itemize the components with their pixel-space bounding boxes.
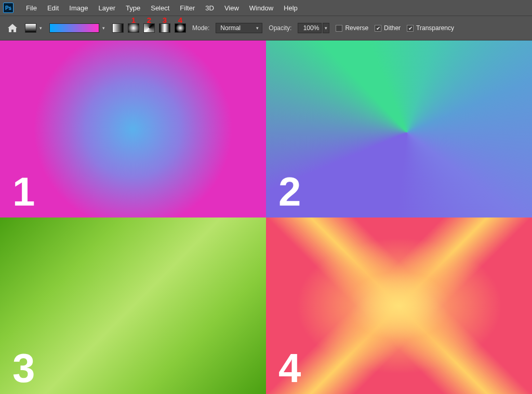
example-panel-angle: 2 <box>266 40 532 218</box>
menu-help[interactable]: Help <box>278 2 303 14</box>
panel-number: 2 <box>278 168 301 215</box>
menu-3d[interactable]: 3D <box>200 2 219 14</box>
menu-type[interactable]: Type <box>121 2 145 14</box>
gradient-radial-button[interactable]: 1 <box>128 23 139 33</box>
chevron-down-icon[interactable]: ▾ <box>323 23 329 33</box>
transparency-label: Transparency <box>416 24 454 32</box>
opacity-input[interactable]: 100% <box>298 23 322 33</box>
menu-layer[interactable]: Layer <box>94 2 121 14</box>
menu-image[interactable]: Image <box>64 2 93 14</box>
gradient-preview <box>49 23 99 33</box>
gradient-picker[interactable]: ▾ <box>49 23 106 33</box>
gradient-angle-button[interactable]: 2 <box>143 23 155 33</box>
home-button[interactable] <box>6 22 19 34</box>
overlay-label-4: 4 <box>178 16 182 24</box>
menu-view[interactable]: View <box>219 2 244 14</box>
gradient-diamond-button[interactable]: 4 <box>175 23 186 33</box>
canvas-area: 1 2 3 4 <box>0 40 532 394</box>
menu-select[interactable]: Select <box>145 2 175 14</box>
mode-value: Normal <box>220 24 241 32</box>
transparency-checkbox[interactable]: Transparency <box>407 24 454 32</box>
example-panel-reflected: 3 <box>0 218 266 395</box>
home-icon <box>8 24 17 32</box>
overlay-label-3: 3 <box>163 16 167 24</box>
menu-bar: Ps File Edit Image Layer Type Select Fil… <box>0 0 532 16</box>
menu-file[interactable]: File <box>21 2 42 14</box>
opacity-label: Opacity: <box>269 24 291 32</box>
options-bar: ▾ ▾ 1 2 3 4 Mode: Normal ▾ Opacity: 100%… <box>0 16 532 40</box>
tool-preset-picker[interactable]: ▾ <box>25 23 43 33</box>
opacity-value: 100% <box>303 24 320 32</box>
overlay-label-1: 1 <box>131 16 136 24</box>
example-panel-radial: 1 <box>0 40 266 218</box>
checkbox-icon <box>336 25 342 32</box>
reverse-label: Reverse <box>345 24 368 32</box>
chevron-down-icon: ▾ <box>101 25 106 31</box>
example-panel-diamond: 4 <box>266 218 532 395</box>
gradient-reflected-button[interactable]: 3 <box>159 23 170 33</box>
app-logo: Ps <box>3 3 14 13</box>
checkbox-icon <box>375 25 381 32</box>
menu-window[interactable]: Window <box>244 2 278 14</box>
dither-label: Dither <box>384 24 401 32</box>
gradient-linear-button[interactable] <box>112 23 124 33</box>
panel-number: 3 <box>12 345 35 392</box>
tool-preset-swatch <box>25 23 36 33</box>
gradient-type-group: 1 2 3 4 <box>112 23 186 33</box>
panel-number: 1 <box>12 168 35 215</box>
menu-edit[interactable]: Edit <box>42 2 64 14</box>
reverse-checkbox[interactable]: Reverse <box>336 24 368 32</box>
mode-label: Mode: <box>192 24 209 32</box>
panel-number: 4 <box>278 345 301 392</box>
chevron-down-icon: ▾ <box>255 25 260 31</box>
mode-select[interactable]: Normal ▾ <box>216 23 262 33</box>
overlay-label-2: 2 <box>147 16 151 24</box>
dither-checkbox[interactable]: Dither <box>375 24 401 32</box>
menu-filter[interactable]: Filter <box>175 2 200 14</box>
chevron-down-icon: ▾ <box>38 25 43 31</box>
checkbox-icon <box>407 25 414 32</box>
